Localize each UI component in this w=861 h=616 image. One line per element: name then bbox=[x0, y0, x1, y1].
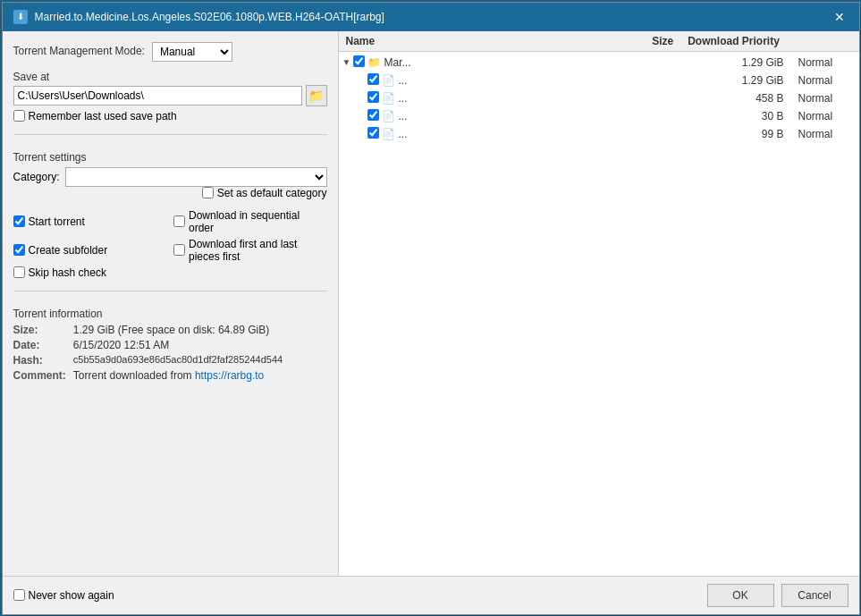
file-checkbox-0[interactable] bbox=[353, 55, 365, 67]
file-size-0: 1.29 GiB bbox=[730, 56, 784, 69]
management-mode-label: Torrent Management Mode: bbox=[13, 45, 145, 57]
date-value: 6/15/2020 12:51 AM bbox=[73, 339, 327, 351]
file-tree-body: ▼ 📁 Mar... 1.29 GiB Normal 📄 bbox=[339, 52, 859, 576]
col-priority-header: Download Priority bbox=[680, 35, 851, 47]
tree-row[interactable]: 📄 ... 99 B Normal bbox=[339, 125, 859, 143]
col-name-header: Name bbox=[346, 35, 564, 47]
save-at-label: Save at bbox=[13, 71, 327, 83]
create-subfolder-label: Create subfolder bbox=[29, 244, 108, 257]
never-show-checkbox[interactable] bbox=[13, 589, 25, 601]
file-size-3: 30 B bbox=[730, 110, 784, 122]
date-label: Date: bbox=[13, 339, 66, 351]
file-size-4: 99 B bbox=[730, 128, 784, 140]
file-icon-3: 📄 bbox=[382, 109, 396, 123]
file-checkbox-4[interactable] bbox=[367, 127, 379, 139]
file-priority-1: Normal bbox=[784, 74, 856, 87]
comment-value: Torrent downloaded from https://rarbg.to bbox=[73, 369, 327, 382]
right-panel: Name Size Download Priority ▼ 📁 Mar... 1… bbox=[338, 31, 859, 576]
file-tree-header: Name Size Download Priority bbox=[339, 31, 859, 52]
category-row: Category: bbox=[13, 167, 327, 187]
file-checkbox-2[interactable] bbox=[367, 91, 379, 103]
sequential-row: Download in sequential order bbox=[173, 209, 327, 234]
file-priority-0: Normal bbox=[784, 56, 856, 69]
close-button[interactable]: ✕ bbox=[831, 8, 848, 26]
app-icon: ⬇ bbox=[13, 10, 28, 24]
title-bar-left: ⬇ Married.to.Medicine.Los.Angeles.S02E06… bbox=[13, 10, 384, 24]
create-subfolder-checkbox[interactable] bbox=[13, 244, 25, 256]
category-select[interactable] bbox=[65, 167, 327, 187]
check-1[interactable] bbox=[367, 73, 382, 88]
tree-row[interactable]: 📄 ... 30 B Normal bbox=[339, 107, 859, 125]
save-path-input[interactable] bbox=[13, 86, 302, 105]
file-name-1: ... bbox=[399, 74, 730, 87]
file-name-2: ... bbox=[399, 92, 730, 105]
torrent-settings-label: Torrent settings bbox=[13, 151, 327, 164]
app-icon-glyph: ⬇ bbox=[17, 12, 24, 21]
set-default-row: Set as default category bbox=[13, 187, 327, 199]
dialog-footer: Never show again OK Cancel bbox=[3, 576, 859, 614]
remember-path-checkbox[interactable] bbox=[13, 110, 25, 122]
divider-2 bbox=[13, 291, 327, 291]
file-icon-1: 📄 bbox=[382, 73, 396, 88]
torrent-info-label: Torrent information bbox=[13, 308, 327, 320]
check-3[interactable] bbox=[367, 109, 382, 123]
first-last-row: Download first and last pieces first bbox=[173, 238, 327, 263]
dialog-body: Torrent Management Mode: Manual Automati… bbox=[3, 31, 859, 576]
save-at-section: Save at 📁 Remember last used save path bbox=[13, 71, 327, 123]
file-size-1: 1.29 GiB bbox=[730, 74, 784, 87]
tree-row[interactable]: 📄 ... 1.29 GiB Normal bbox=[339, 72, 859, 89]
torrent-info-table: Size: 1.29 GiB (Free space on disk: 64.8… bbox=[13, 324, 327, 382]
skip-hash-label: Skip hash check bbox=[29, 266, 106, 279]
torrent-settings-section: Torrent settings Category: Set as defaul… bbox=[13, 146, 327, 199]
skip-hash-row: Skip hash check bbox=[13, 266, 167, 279]
hash-label: Hash: bbox=[13, 354, 66, 367]
folder-icon-0: 📁 bbox=[367, 55, 382, 70]
management-mode-row: Torrent Management Mode: Manual Automati… bbox=[13, 42, 327, 62]
ok-button[interactable]: OK bbox=[707, 584, 774, 607]
file-size-2: 458 B bbox=[730, 92, 784, 105]
file-name-4: ... bbox=[399, 128, 730, 140]
expand-icon-0: ▼ bbox=[342, 57, 353, 67]
start-torrent-checkbox[interactable] bbox=[13, 215, 25, 227]
file-icon-4: 📄 bbox=[382, 127, 396, 141]
size-value: 1.29 GiB (Free space on disk: 64.89 GiB) bbox=[73, 324, 327, 336]
first-last-checkbox[interactable] bbox=[173, 244, 185, 256]
tree-row[interactable]: ▼ 📁 Mar... 1.29 GiB Normal bbox=[339, 54, 859, 72]
check-4[interactable] bbox=[367, 127, 382, 141]
never-show-row: Never show again bbox=[13, 589, 114, 602]
start-torrent-label: Start torrent bbox=[29, 215, 85, 228]
browse-folder-button[interactable]: 📁 bbox=[306, 85, 327, 106]
file-priority-4: Normal bbox=[784, 128, 856, 140]
dialog-window: ⬇ Married.to.Medicine.Los.Angeles.S02E06… bbox=[2, 2, 860, 615]
check-0[interactable] bbox=[353, 55, 367, 70]
sequential-checkbox[interactable] bbox=[173, 215, 185, 227]
create-subfolder-row: Create subfolder bbox=[13, 238, 167, 263]
footer-buttons: OK Cancel bbox=[707, 584, 848, 607]
save-path-row: 📁 bbox=[13, 85, 327, 106]
skip-hash-checkbox[interactable] bbox=[13, 266, 25, 278]
divider-1 bbox=[13, 134, 327, 135]
file-icon-2: 📄 bbox=[382, 91, 396, 105]
never-show-label: Never show again bbox=[29, 589, 114, 602]
management-mode-select[interactable]: Manual Automatic bbox=[152, 42, 232, 62]
dialog-title: Married.to.Medicine.Los.Angeles.S02E06.1… bbox=[35, 11, 384, 23]
comment-prefix: Torrent downloaded from bbox=[73, 369, 195, 382]
left-panel: Torrent Management Mode: Manual Automati… bbox=[3, 31, 338, 576]
file-name-0: Mar... bbox=[384, 56, 730, 69]
settings-checkboxes: Start torrent Download in sequential ord… bbox=[13, 208, 327, 280]
cancel-button[interactable]: Cancel bbox=[781, 584, 848, 607]
set-default-label: Set as default category bbox=[217, 187, 327, 199]
set-default-checkbox[interactable] bbox=[202, 187, 214, 198]
file-checkbox-3[interactable] bbox=[367, 109, 379, 121]
sequential-label: Download in sequential order bbox=[189, 209, 327, 234]
torrent-info-section: Torrent information Size: 1.29 GiB (Free… bbox=[13, 302, 327, 382]
tree-row[interactable]: 📄 ... 458 B Normal bbox=[339, 89, 859, 107]
comment-link[interactable]: https://rarbg.to bbox=[195, 369, 264, 382]
file-checkbox-1[interactable] bbox=[367, 73, 379, 85]
comment-label: Comment: bbox=[13, 369, 66, 382]
remember-path-label: Remember last used save path bbox=[29, 110, 177, 122]
file-priority-2: Normal bbox=[784, 92, 856, 105]
start-torrent-row: Start torrent bbox=[13, 209, 167, 234]
title-bar: ⬇ Married.to.Medicine.Los.Angeles.S02E06… bbox=[3, 3, 859, 31]
check-2[interactable] bbox=[367, 91, 382, 105]
